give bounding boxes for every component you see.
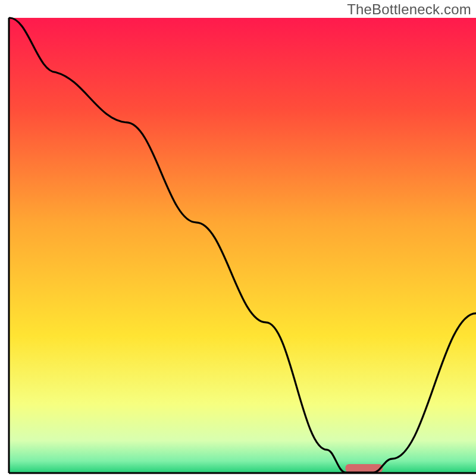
chart-svg xyxy=(0,0,476,476)
bottleneck-chart: TheBottleneck.com xyxy=(0,0,476,476)
